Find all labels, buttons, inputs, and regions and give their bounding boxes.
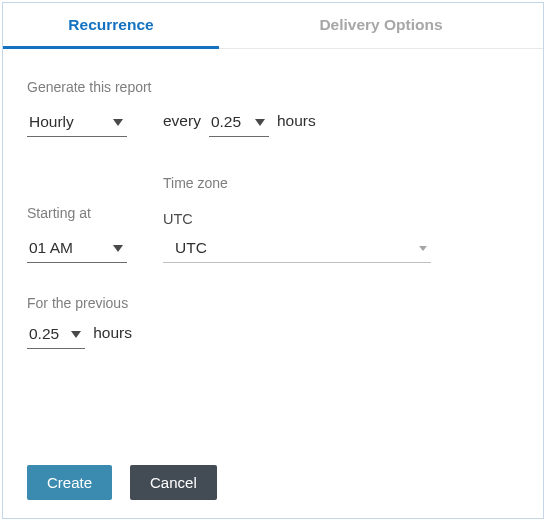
footer-buttons: Create Cancel bbox=[27, 445, 519, 500]
frequency-select[interactable]: Hourly bbox=[27, 109, 127, 137]
create-button-label: Create bbox=[47, 474, 92, 491]
caret-down-icon bbox=[71, 331, 81, 338]
previous-unit: hours bbox=[93, 324, 132, 347]
starting-at-label: Starting at bbox=[27, 205, 127, 221]
every-value-select[interactable]: 0.25 bbox=[209, 109, 269, 137]
create-button[interactable]: Create bbox=[27, 465, 112, 500]
previous-section: For the previous 0.25 hours bbox=[27, 295, 519, 349]
starting-at-select[interactable]: 01 AM bbox=[27, 235, 127, 263]
frequency-value: Hourly bbox=[29, 113, 74, 131]
starting-at-section: Starting at 01 AM bbox=[27, 177, 127, 263]
timezone-label: Time zone bbox=[163, 175, 431, 191]
timezone-text: UTC bbox=[163, 211, 431, 227]
caret-down-icon bbox=[113, 245, 123, 252]
tab-delivery-options[interactable]: Delivery Options bbox=[219, 3, 543, 48]
tab-recurrence-label: Recurrence bbox=[68, 16, 153, 33]
cancel-button-label: Cancel bbox=[150, 474, 197, 491]
previous-value-select[interactable]: 0.25 bbox=[27, 321, 85, 349]
previous-label: For the previous bbox=[27, 295, 519, 311]
every-prefix: every bbox=[163, 112, 201, 135]
content-area: Generate this report Hourly every 0.25 h… bbox=[3, 49, 543, 518]
caret-down-icon bbox=[113, 119, 123, 126]
every-value: 0.25 bbox=[211, 113, 241, 131]
timezone-section: Time zone UTC UTC bbox=[163, 175, 431, 263]
generate-section: Generate this report Hourly every 0.25 h… bbox=[27, 79, 519, 175]
tabs: Recurrence Delivery Options bbox=[3, 3, 543, 49]
starting-at-value: 01 AM bbox=[29, 239, 73, 257]
tab-delivery-label: Delivery Options bbox=[319, 16, 442, 33]
tab-recurrence[interactable]: Recurrence bbox=[3, 3, 219, 49]
timezone-select-value: UTC bbox=[165, 239, 207, 257]
previous-value: 0.25 bbox=[29, 325, 59, 343]
every-unit: hours bbox=[277, 112, 316, 135]
generate-label: Generate this report bbox=[27, 79, 519, 95]
caret-down-icon bbox=[255, 119, 265, 126]
cancel-button[interactable]: Cancel bbox=[130, 465, 217, 500]
caret-down-icon bbox=[419, 246, 427, 251]
recurrence-panel: Recurrence Delivery Options Generate thi… bbox=[2, 2, 544, 519]
timezone-select[interactable]: UTC bbox=[163, 235, 431, 263]
